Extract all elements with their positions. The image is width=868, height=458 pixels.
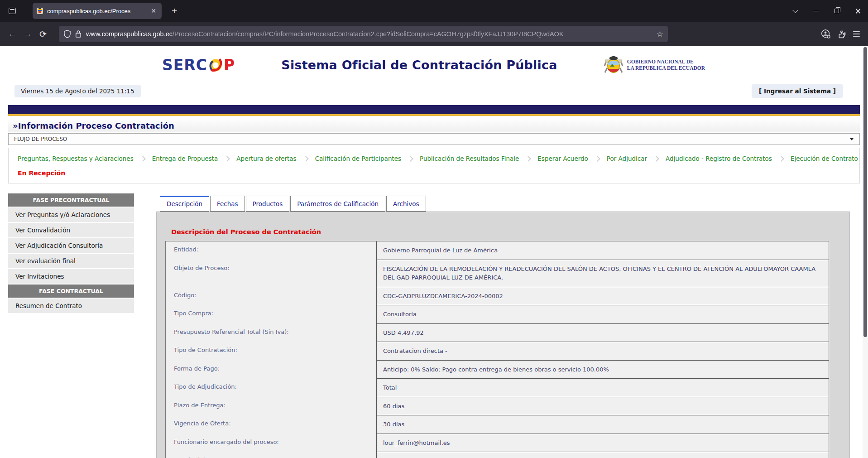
sidebar-item-convalidacion[interactable]: Ver Convalidación xyxy=(8,223,134,237)
table-row: Presupuesto Referencial Total (Sin Iva):… xyxy=(166,324,829,342)
description-panel: Descripción del Proceso de Contratación … xyxy=(156,212,850,458)
chevron-separator-icon xyxy=(408,156,413,162)
chevron-separator-icon xyxy=(595,156,600,162)
page-title: Sistema Oficial de Contratación Pública xyxy=(235,58,604,72)
table-row: Vigencia de Oferta: 30 días xyxy=(166,415,829,434)
dropdown-caret-icon xyxy=(849,138,854,140)
shield-icon[interactable] xyxy=(63,30,71,38)
sercop-logo: SERC P xyxy=(162,56,235,74)
table-row: Plazo de Entrega: 60 dias xyxy=(166,397,829,416)
sercop-o-icon xyxy=(208,57,223,72)
bookmark-star-icon[interactable]: ☆ xyxy=(657,29,663,39)
tab-title: compraspublicas.gob.ec/Proces xyxy=(47,8,149,14)
table-row: Funcionario encargado del proceso: lour_… xyxy=(166,434,829,453)
field-label: Estado del Proceso: xyxy=(166,452,376,458)
firefox-view-icon[interactable] xyxy=(5,4,19,18)
forward-icon[interactable]: → xyxy=(20,29,35,39)
field-label: Entidad: xyxy=(166,241,376,260)
restore-icon[interactable] xyxy=(826,0,847,22)
chevron-separator-icon xyxy=(303,156,309,162)
sidebar-header-precontractual: FASE PRECONTRACTUAL xyxy=(8,193,134,207)
chevron-separator-icon xyxy=(525,156,531,162)
tab-close-icon[interactable]: ✕ xyxy=(149,6,158,15)
field-value: USD 4,497.92 xyxy=(376,324,829,342)
field-label: Tipo de Contratación: xyxy=(166,342,376,361)
tab-archivos[interactable]: Archivos xyxy=(386,196,426,212)
tab-descripcion[interactable]: Descripción xyxy=(160,196,209,212)
field-label: Funcionario encargado del proceso: xyxy=(166,434,376,453)
field-value: Total xyxy=(376,379,829,397)
sidebar-item-preguntas[interactable]: Ver Preguntas y/ó Aclaraciones xyxy=(8,207,134,222)
process-status: En Recepción xyxy=(18,169,850,177)
extensions-icon[interactable] xyxy=(837,29,847,39)
field-value: 60 dias xyxy=(376,397,829,416)
browser-tab[interactable]: compraspublicas.gob.ec/Proces ✕ xyxy=(33,3,162,19)
minimize-icon[interactable] xyxy=(806,0,826,22)
navy-divider-bar xyxy=(8,105,860,116)
table-row: Código: CDC-GADPRLUZDEAMERICA-2024-00002 xyxy=(166,287,829,306)
date-row: Viernes 15 de Agosto del 2025 11:15 [ In… xyxy=(0,84,868,98)
gov-logo-line2: LA REPUBLICA DEL ECUADOR xyxy=(627,65,705,71)
browser-toolbar: ← → ⟳ www.compraspublicas.gob.ec/Proceso… xyxy=(0,22,868,46)
lock-icon[interactable] xyxy=(75,30,82,38)
table-row: Forma de Pago: Anticipo: 0% Saldo: Pago … xyxy=(166,361,829,379)
description-table: Entidad: Gobierno Parroquial de Luz de A… xyxy=(165,241,829,458)
process-steps: Preguntas, Respuestas y Aclaraciones Ent… xyxy=(18,155,850,162)
field-label: Plazo de Entrega: xyxy=(166,397,376,416)
step-item[interactable]: Calificación de Participantes xyxy=(315,155,401,162)
step-item[interactable]: Ejecución de Contrato xyxy=(791,155,858,162)
table-row: Objeto de Proceso: FISCALIZACIÓN DE LA R… xyxy=(166,260,829,287)
field-value: 30 días xyxy=(376,415,829,434)
close-window-icon[interactable] xyxy=(847,0,868,22)
field-label: Código: xyxy=(166,287,376,306)
field-label: Presupuesto Referencial Total (Sin Iva): xyxy=(166,324,376,342)
field-label: Tipo de Adjudicación: xyxy=(166,379,376,397)
site-header: SERC P Sistema Oficial de Contratación P… xyxy=(0,46,868,79)
back-icon[interactable]: ← xyxy=(5,29,20,39)
step-item[interactable]: Apertura de ofertas xyxy=(236,155,296,162)
step-item[interactable]: Esperar Acuerdo xyxy=(537,155,588,162)
field-value: CDC-GADPRLUZDEAMERICA-2024-00002 xyxy=(376,287,829,306)
step-item[interactable]: Preguntas, Respuestas y Aclaraciones xyxy=(18,155,134,162)
new-tab-icon[interactable]: + xyxy=(168,5,181,16)
tabs-list-icon[interactable] xyxy=(785,0,806,22)
page-scrollbar[interactable] xyxy=(863,46,868,458)
chevron-separator-icon xyxy=(778,156,784,162)
table-row: Tipo de Adjudicación: Total xyxy=(166,379,829,397)
menu-icon[interactable] xyxy=(853,31,860,37)
process-flow-select[interactable]: FLUJO DE PROCESO xyxy=(8,133,860,145)
scrollbar-thumb[interactable] xyxy=(863,47,867,337)
field-value: Gobierno Parroquial de Luz de América xyxy=(376,241,829,260)
content-tabs: Descripción Fechas Productos Parámetros … xyxy=(160,193,850,212)
step-item[interactable]: Entrega de Propuesta xyxy=(152,155,218,162)
ecuador-crest-icon xyxy=(604,54,623,75)
description-title: Descripción del Proceso de Contratación xyxy=(171,228,829,236)
tab-fechas[interactable]: Fechas xyxy=(210,196,245,212)
content-area: Descripción Fechas Productos Parámetros … xyxy=(156,193,850,458)
sidebar-item-evaluacion[interactable]: Ver evaluación final xyxy=(8,254,134,268)
account-icon[interactable] xyxy=(821,29,831,39)
field-value: lour_ferrin@hotmail.es xyxy=(376,434,829,453)
step-item[interactable]: Adjudicado - Registro de Contratos xyxy=(666,155,772,162)
tab-productos[interactable]: Productos xyxy=(246,196,290,212)
sidebar-item-invitaciones[interactable]: Ver Invitaciones xyxy=(8,269,134,284)
sidebar-item-resumen[interactable]: Resumen de Contrato xyxy=(8,299,134,313)
table-row: Tipo de Contratación: Contratacion direc… xyxy=(166,342,829,361)
section-heading: »Información Proceso Contratación xyxy=(8,120,860,132)
government-logo: GOBIERNO NACIONAL DE LA REPUBLICA DEL EC… xyxy=(604,54,705,75)
tab-parametros[interactable]: Parámetros de Calificación xyxy=(290,196,385,212)
step-item[interactable]: Por Adjudicar xyxy=(607,155,647,162)
process-steps-box: Preguntas, Respuestas y Aclaraciones Ent… xyxy=(8,148,860,183)
field-value: Contratacion directa - xyxy=(376,342,829,361)
sidebar: FASE PRECONTRACTUAL Ver Preguntas y/ó Ac… xyxy=(8,193,134,314)
reload-icon[interactable]: ⟳ xyxy=(35,29,51,39)
gov-logo-line1: GOBIERNO NACIONAL DE xyxy=(627,58,705,65)
table-row: Estado del Proceso: En Recepción xyxy=(166,452,829,458)
table-row: Entidad: Gobierno Parroquial de Luz de A… xyxy=(166,241,829,260)
login-button[interactable]: [ Ingresar al Sistema ] xyxy=(752,84,843,98)
field-label: Vigencia de Oferta: xyxy=(166,415,376,434)
sidebar-item-adjudicacion[interactable]: Ver Adjudicación Consultoría xyxy=(8,238,134,253)
page-body: SERC P Sistema Oficial de Contratación P… xyxy=(0,46,868,458)
url-bar[interactable]: www.compraspublicas.gob.ec/ProcesoContra… xyxy=(59,26,668,42)
step-item[interactable]: Publicación de Resultados Finale xyxy=(420,155,519,162)
